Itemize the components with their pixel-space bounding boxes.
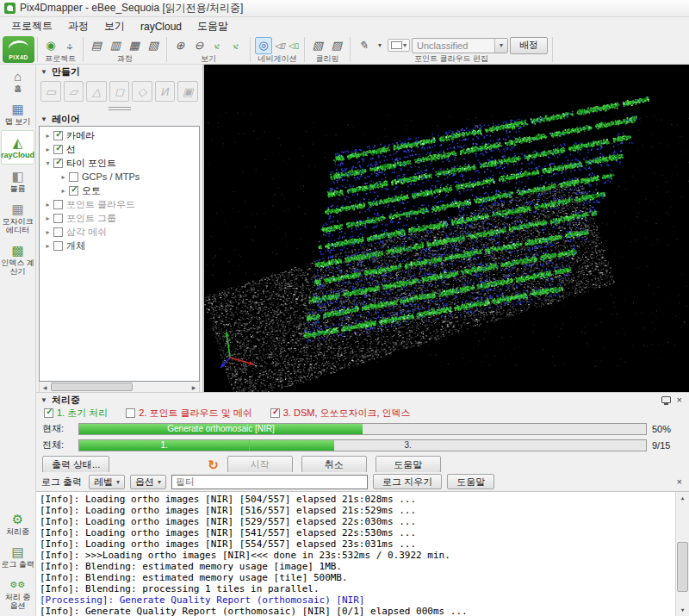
step-dsm-orthomosaic-index[interactable]: ✓ 3. DSM, 오쏘모자이크, 인덱스	[270, 407, 411, 420]
rail-item-log-output[interactable]: ▤ 로그 출력	[0, 540, 35, 573]
point-cloud-viewport[interactable]	[204, 65, 689, 392]
menu-process[interactable]: 과정	[60, 16, 96, 36]
checkbox[interactable]	[53, 241, 63, 251]
pix4d-logo[interactable]: PIX4D	[3, 36, 34, 63]
start-button[interactable]: 시작	[227, 456, 293, 473]
expander-icon[interactable]: ▸	[59, 173, 68, 181]
tree-item-automatic[interactable]: ▸ ✓ 오토	[40, 184, 199, 197]
tree-item-gcps-mtps[interactable]: ▸ GCPs / MTPs	[40, 170, 199, 184]
color-swatch-button[interactable]: ▾	[388, 39, 410, 52]
scrollbar-thumb[interactable]	[677, 542, 688, 592]
checkbox[interactable]: ✓	[69, 186, 78, 196]
scroll-up-icon[interactable]: ▲	[676, 492, 689, 504]
scroll-right-icon[interactable]: ▶	[189, 384, 199, 390]
create-polyline-button[interactable]: ▭	[40, 81, 61, 102]
log-help-button[interactable]: 도움말	[447, 474, 494, 489]
checkbox[interactable]	[53, 200, 63, 209]
tree-item-point-groups[interactable]: ▸ 포인트 그룹	[40, 211, 199, 225]
create-object-button[interactable]: ◻	[109, 81, 130, 102]
rail-item-home[interactable]: ⌂ 홈	[0, 65, 35, 97]
tree-item-cameras[interactable]: ▸ ✓ 카메라	[40, 128, 199, 142]
focus-selection-button[interactable]: ↔↕	[228, 37, 245, 54]
checkbox[interactable]	[69, 172, 78, 182]
previous-camera-button[interactable]: ◁▯	[274, 37, 286, 54]
detach-panel-icon[interactable]	[661, 396, 671, 403]
expander-icon[interactable]: ▸	[43, 146, 53, 153]
cancel-button[interactable]: 취소	[301, 456, 367, 473]
checkbox[interactable]: ✓	[53, 131, 63, 140]
log-filter-input[interactable]	[171, 475, 368, 489]
zoom-in-button[interactable]: ⊕	[171, 37, 189, 54]
create-surface-button[interactable]: ▱	[64, 81, 84, 102]
zoom-out-button[interactable]: ⊖	[190, 37, 208, 54]
rail-item-raycloud[interactable]: ◭ rayCloud	[1, 130, 34, 165]
expander-icon[interactable]: ▾	[43, 159, 53, 167]
tree-item-point-clouds[interactable]: ▸ 포인트 클라우드	[40, 197, 199, 211]
log-level-dropdown[interactable]: 레벨 ▾	[89, 475, 125, 489]
help-button[interactable]: 도움말	[376, 456, 441, 473]
tree-item-lines[interactable]: ▸ ✓ 선	[40, 142, 199, 156]
new-project-button[interactable]: ◉	[42, 37, 59, 54]
checkbox[interactable]	[53, 227, 63, 237]
expander-icon[interactable]: ▸	[43, 228, 53, 236]
expander-icon[interactable]: ▸	[43, 242, 53, 250]
expander-icon[interactable]: ▸	[43, 201, 53, 208]
close-log-icon[interactable]: ×	[675, 476, 684, 487]
rail-item-volumes[interactable]: ◧ 볼륨	[0, 165, 35, 197]
log-output-area[interactable]: [Info]: Loading ortho images [NIR] [504/…	[36, 491, 689, 616]
brush-dropdown-button[interactable]: ▾	[374, 37, 386, 54]
create-group-button[interactable]: ◇	[132, 81, 152, 102]
menu-project[interactable]: 프로젝트	[3, 16, 60, 36]
step-initial-processing[interactable]: ✓ 1. 초기 처리	[43, 407, 108, 420]
rail-item-index-calculator[interactable]: ▩ 인덱스 계산기	[0, 239, 35, 280]
assign-button[interactable]: 배정	[510, 37, 548, 54]
create-volume-button[interactable]: △	[86, 81, 107, 102]
tree-item-tie-points[interactable]: ▾ ✓ 타이 포인트	[40, 156, 199, 170]
classification-select[interactable]: Unclassified ▾	[412, 38, 508, 53]
focus-camera-button[interactable]: ◁▯	[288, 37, 300, 54]
log-vertical-scrollbar[interactable]: ▲ ▼	[675, 492, 689, 616]
processing-header[interactable]: ▼ 처리중 ×	[36, 393, 689, 406]
rail-item-processing[interactable]: ⚙ 처리중	[0, 507, 35, 540]
rail-item-mosaic-editor[interactable]: ▦ 모자이크 에디터	[0, 197, 35, 239]
elevation-profile-button[interactable]: И	[155, 81, 176, 102]
expander-icon[interactable]: ▸	[59, 187, 68, 195]
step-point-cloud-mesh[interactable]: 2. 포인트 클라우드 및 메쉬	[125, 407, 251, 420]
tree-item-objects[interactable]: ▸ 개체	[40, 239, 199, 252]
checkbox[interactable]	[126, 408, 135, 418]
process-doc4-button[interactable]: ▧	[145, 37, 162, 54]
create-section-header[interactable]: ▼ 만들기	[36, 65, 202, 78]
edit-brush-button[interactable]: ✎	[355, 37, 372, 54]
process-doc3-button[interactable]: ▦	[126, 37, 143, 54]
process-doc2-button[interactable]: ▥	[107, 37, 124, 54]
clip-box-button[interactable]: ▧	[309, 37, 326, 54]
fit-view-button[interactable]: ↔↕	[209, 37, 227, 54]
scrollbar-thumb[interactable]	[51, 383, 133, 391]
scroll-left-icon[interactable]: ◀	[40, 384, 50, 390]
output-status-button[interactable]: 출력 상태...	[42, 456, 109, 473]
menu-raycloud[interactable]: rayCloud	[133, 18, 189, 35]
clear-log-button[interactable]: 로그 지우기	[373, 474, 442, 489]
expander-icon[interactable]: ▸	[43, 132, 53, 140]
rail-item-map-view[interactable]: ▦ 맵 보기	[0, 97, 35, 130]
scroll-down-icon[interactable]: ▼	[676, 604, 689, 616]
trackball-tool-button[interactable]: ◎	[255, 37, 272, 54]
checkbox[interactable]: ✓	[53, 145, 63, 154]
menu-view[interactable]: 보기	[96, 16, 133, 36]
scale-constraint-button[interactable]: ▣	[177, 81, 198, 102]
panel-splitter[interactable]	[36, 105, 202, 112]
process-doc1-button[interactable]: ▤	[88, 37, 105, 54]
checkbox[interactable]: ✓	[53, 159, 63, 168]
expander-icon[interactable]: ▸	[43, 215, 53, 222]
rail-item-processing-options[interactable]: ⚙⚙ 처리 중 옵션	[0, 573, 35, 614]
tree-item-triangle-meshes[interactable]: ▸ 삼각 메쉬	[40, 225, 199, 239]
layers-section-header[interactable]: ▼ 레이어	[36, 112, 202, 126]
checkbox[interactable]: ✓	[44, 408, 53, 418]
menu-help[interactable]: 도움말	[189, 16, 236, 36]
combo-dropdown-button[interactable]: ▾	[494, 39, 507, 53]
move-tool-button[interactable]: ↔↕	[61, 37, 78, 54]
checkbox[interactable]	[53, 214, 63, 223]
close-panel-icon[interactable]: ×	[675, 395, 684, 405]
log-options-dropdown[interactable]: 옵션 ▾	[130, 475, 166, 489]
checkbox[interactable]: ✓	[270, 408, 280, 418]
